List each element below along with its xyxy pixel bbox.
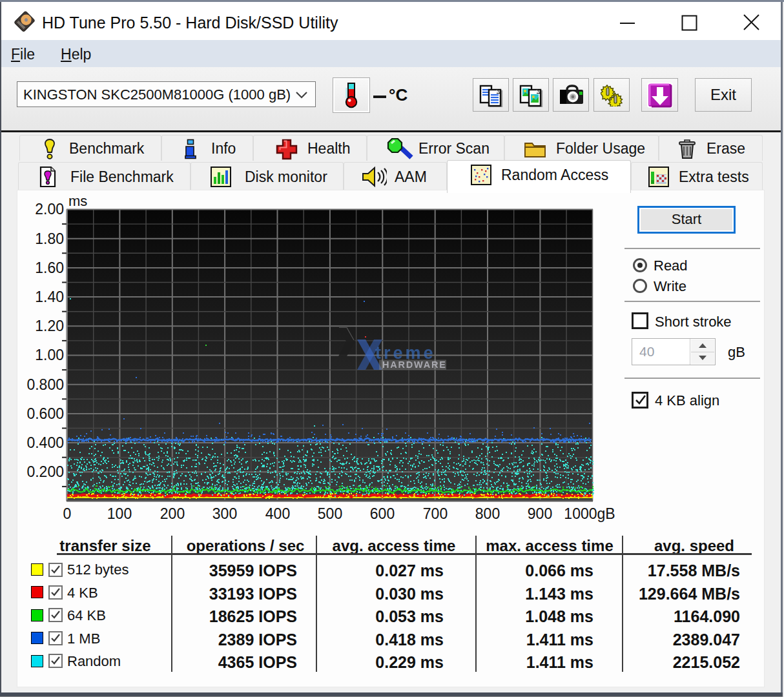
svg-text:1.80: 1.80 (35, 230, 64, 247)
svg-text:0: 0 (63, 505, 72, 522)
svg-text:0.400: 0.400 (26, 434, 64, 451)
svg-text:200: 200 (160, 505, 185, 522)
svg-text:0.800: 0.800 (26, 376, 64, 393)
svg-text:100: 100 (107, 505, 132, 522)
svg-text:400: 400 (265, 505, 290, 522)
svg-text:800: 800 (475, 505, 500, 522)
svg-text:2.00: 2.00 (35, 201, 64, 217)
svg-text:700: 700 (423, 505, 448, 522)
svg-text:1.20: 1.20 (35, 318, 64, 334)
svg-text:HARDWARE: HARDWARE (382, 359, 447, 370)
svg-text:1.60: 1.60 (35, 259, 64, 276)
svg-text:0.200: 0.200 (26, 463, 64, 480)
svg-text:900: 900 (528, 505, 552, 522)
svg-text:0.600: 0.600 (26, 405, 64, 422)
svg-text:1.40: 1.40 (35, 288, 64, 305)
svg-text:1000gB: 1000gB (564, 505, 615, 522)
svg-text:ms: ms (68, 193, 87, 209)
svg-text:500: 500 (318, 505, 342, 522)
svg-text:600: 600 (370, 505, 395, 522)
svg-text:1.00: 1.00 (35, 347, 64, 363)
svg-text:300: 300 (212, 505, 237, 522)
